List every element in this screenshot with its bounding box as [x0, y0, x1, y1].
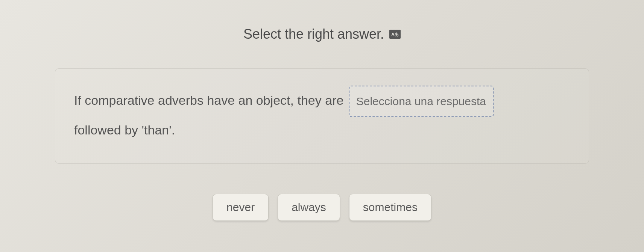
- option-always[interactable]: always: [278, 194, 340, 221]
- question-text: If comparative adverbs have an object, t…: [74, 86, 570, 143]
- options-row: never always sometimes: [213, 194, 431, 221]
- header: Select the right answer. Aあ: [243, 26, 401, 42]
- question-part2: followed by 'than'.: [74, 123, 175, 137]
- quiz-container: Select the right answer. Aあ If comparati…: [0, 0, 644, 252]
- translate-icon[interactable]: Aあ: [389, 30, 401, 39]
- translate-icon-label: Aあ: [392, 32, 399, 37]
- question-part1: If comparative adverbs have an object, t…: [74, 93, 343, 107]
- option-never[interactable]: never: [213, 194, 269, 221]
- option-sometimes[interactable]: sometimes: [349, 194, 431, 221]
- answer-dropzone[interactable]: Selecciona una respuesta: [349, 86, 494, 117]
- header-title: Select the right answer.: [243, 26, 384, 42]
- question-box: If comparative adverbs have an object, t…: [55, 68, 589, 164]
